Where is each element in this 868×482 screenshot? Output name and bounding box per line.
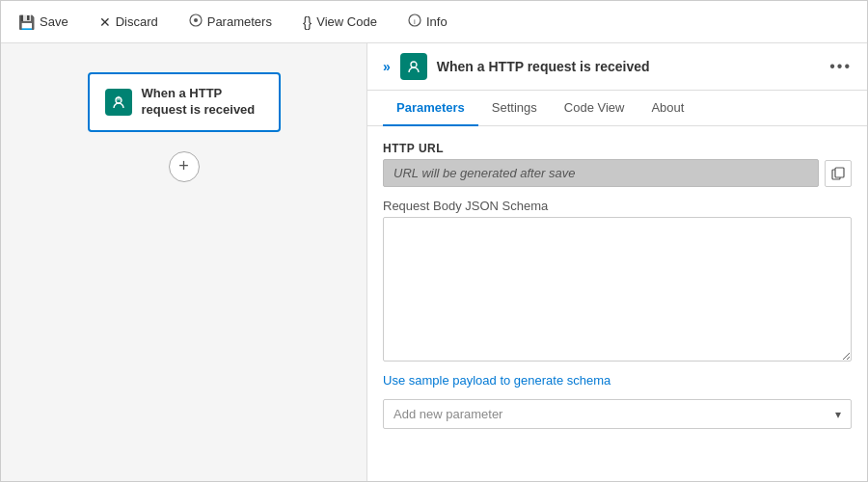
info-button[interactable]: i Info xyxy=(402,10,453,34)
tab-code-view[interactable]: Code View xyxy=(551,91,638,126)
view-code-label: View Code xyxy=(316,14,377,29)
discard-icon: ✕ xyxy=(99,14,111,30)
right-panel: » When a HTTP request is received ••• Pa… xyxy=(367,43,867,482)
parameters-label: Parameters xyxy=(207,14,272,29)
parameters-icon xyxy=(189,13,203,30)
http-url-field-group: HTTP URL URL will be generated after sav… xyxy=(383,142,852,187)
action-card-icon xyxy=(105,89,132,116)
toolbar: 💾 Save ✕ Discard Parameters {} View Code… xyxy=(1,1,867,43)
panel-header-icon xyxy=(400,53,427,80)
copy-url-button[interactable] xyxy=(825,160,852,187)
info-label: Info xyxy=(426,14,448,29)
collapse-button[interactable]: » xyxy=(383,59,391,74)
tab-about-label: About xyxy=(651,100,684,115)
parameters-button[interactable]: Parameters xyxy=(183,10,278,34)
svg-point-1 xyxy=(194,18,198,22)
action-card[interactable]: When a HTTP request is received xyxy=(88,72,281,132)
tab-about[interactable]: About xyxy=(637,91,697,126)
url-input: URL will be generated after save xyxy=(383,159,819,187)
info-icon: i xyxy=(408,13,421,30)
url-placeholder-text: URL will be generated after save xyxy=(393,166,575,180)
tab-settings-label: Settings xyxy=(492,100,537,115)
canvas: When a HTTP request is received + xyxy=(1,43,367,482)
main-layout: When a HTTP request is received + » When… xyxy=(1,43,867,482)
tabs: Parameters Settings Code View About xyxy=(367,91,867,126)
add-step-icon: + xyxy=(178,156,189,176)
chevron-down-icon: ▾ xyxy=(835,408,841,421)
view-code-button[interactable]: {} View Code xyxy=(297,11,383,34)
svg-point-5 xyxy=(411,62,417,67)
svg-rect-7 xyxy=(835,168,844,177)
add-param-placeholder: Add new parameter xyxy=(393,407,835,421)
panel-header: » When a HTTP request is received ••• xyxy=(367,43,867,91)
tab-parameters-label: Parameters xyxy=(396,100,465,115)
tab-settings[interactable]: Settings xyxy=(478,91,551,126)
view-code-icon: {} xyxy=(303,14,312,30)
tab-code-view-label: Code View xyxy=(564,100,625,115)
schema-label: Request Body JSON Schema xyxy=(383,199,852,213)
save-label: Save xyxy=(40,14,68,29)
discard-label: Discard xyxy=(116,14,158,29)
discard-button[interactable]: ✕ Discard xyxy=(94,11,164,34)
add-parameter-dropdown[interactable]: Add new parameter ▾ xyxy=(383,399,852,429)
panel-menu-button[interactable]: ••• xyxy=(829,58,852,75)
save-button[interactable]: 💾 Save xyxy=(13,11,74,34)
schema-field-group: Request Body JSON Schema xyxy=(383,199,852,362)
url-row: URL will be generated after save xyxy=(383,159,852,187)
panel-header-title: When a HTTP request is received xyxy=(437,59,820,74)
tab-parameters[interactable]: Parameters xyxy=(383,91,478,126)
panel-content: HTTP URL URL will be generated after sav… xyxy=(367,126,867,444)
http-url-label: HTTP URL xyxy=(383,142,852,155)
save-icon: 💾 xyxy=(18,14,35,30)
sample-payload-button[interactable]: Use sample payload to generate schema xyxy=(383,373,852,388)
svg-text:i: i xyxy=(414,17,416,26)
schema-textarea[interactable] xyxy=(383,217,852,362)
add-step-button[interactable]: + xyxy=(169,151,200,182)
action-card-text: When a HTTP request is received xyxy=(142,86,263,119)
